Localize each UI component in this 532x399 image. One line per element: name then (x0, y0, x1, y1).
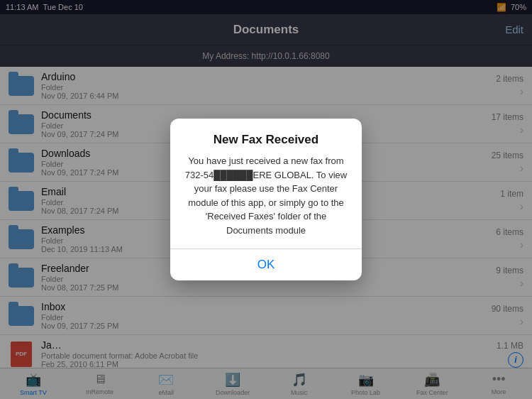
modal-ok-button[interactable]: OK (182, 249, 350, 280)
modal-body: You have just received a new fax from 73… (182, 154, 350, 237)
modal-title: New Fax Received (182, 133, 350, 147)
modal-overlay: New Fax Received You have just received … (0, 0, 532, 399)
modal-box: New Fax Received You have just received … (170, 119, 362, 280)
